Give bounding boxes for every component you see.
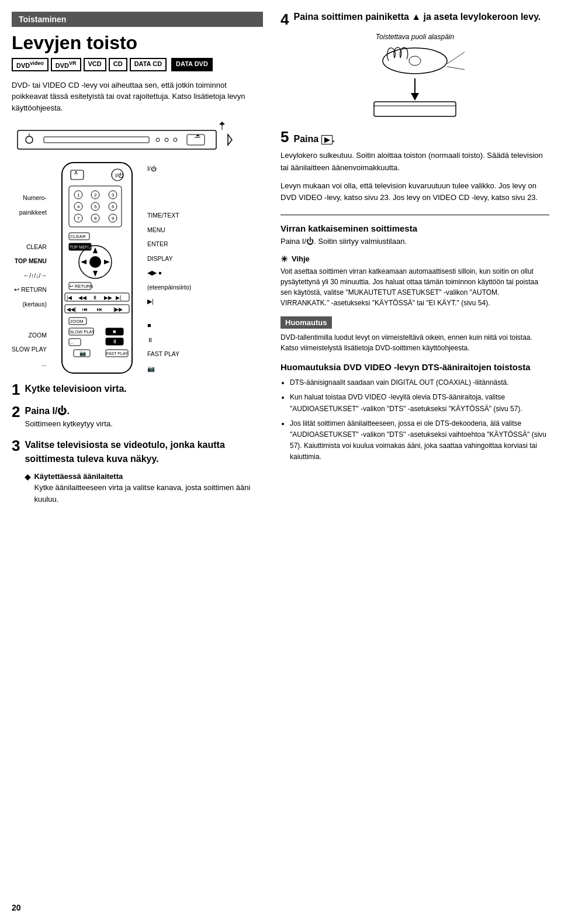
label-skip: ▶| [147,298,191,305]
label-camera: 📷 [147,366,191,372]
dts-title: Huomautuksia DVD VIDEO -levyn DTS-äänira… [280,361,549,373]
svg-text:⏸: ⏸ [112,339,117,344]
step-2-content: Paina I/⏻. Soittimeen kytkeytyy virta. [25,404,263,430]
svg-rect-7 [187,135,205,145]
svg-text:|◀: |◀ [67,295,72,301]
section-header: Toistaminen [12,12,263,27]
svg-text:I/⏻: I/⏻ [115,173,124,178]
label-clear: CLEAR [12,244,47,250]
dts-item-2: Kun haluat toistaa DVD VIDEO -levyllä ol… [290,392,549,414]
svg-text:ZOOM: ZOOM [70,319,84,324]
svg-text:SLOW PLAY: SLOW PLAY [70,329,95,335]
svg-marker-47 [81,260,86,264]
svg-text:⏮: ⏮ [82,306,88,312]
virran-title: Virran katkaiseminen soittimesta [280,223,549,233]
svg-text:⏸: ⏸ [92,295,98,301]
step-2: 2 Paina I/⏻. Soittimeen kytkeytyy virta. [12,404,263,430]
virran-text: Paina I/⏻. Soitin siirtyy valmiustilaan. [280,236,549,247]
step-5-label: Paina ▶. [293,134,335,144]
remote-left-labels: Numero- painikkeet CLEAR TOP MENU ←/↑/↓/… [12,160,50,375]
step-2-num: 2 [12,404,20,419]
dvd-player-illustration [12,122,234,154]
badge-data-dvd: DATA DVD [171,58,213,71]
svg-text:5: 5 [94,204,97,209]
svg-point-77 [409,56,421,65]
dts-item-1: DTS-äänisignaalit saadaan vain DIGITAL O… [290,377,549,388]
label-timetext: TIME/TEXT [147,212,191,219]
svg-text:9: 9 [112,216,115,221]
step-3-note-body: Kytke äänilaitteeseen virta ja valitse k… [34,483,250,504]
disc-loader-svg [356,43,473,119]
step-4-num: 4 [280,12,289,27]
label-painikkeet: painikkeet [12,209,47,216]
diamond-icon: ◆ [25,471,31,483]
svg-rect-0 [18,130,216,149]
disc-loader-illustration: Toistettava puoli alaspäin [280,33,549,121]
svg-line-82 [447,52,465,64]
label-eteenpainsiirto: (eteenpäinsiirto) [147,284,191,291]
svg-point-44 [89,256,101,268]
remote-diagram: Numero- painikkeet CLEAR TOP MENU ←/↑/↓/… [12,160,263,382]
main-title: Levyjen toisto [12,33,263,53]
svg-marker-46 [93,271,98,277]
svg-point-1 [26,136,33,143]
step-3: 3 Valitse televisiosta se videotulo, jon… [12,438,263,505]
vihje-header: ☀ Vihje [280,254,549,264]
label-power-right: I/⏻ [147,166,191,172]
svg-text:CLEAR: CLEAR [70,234,86,239]
svg-text:▶▶: ▶▶ [104,295,112,301]
main-title-text: Levyjen toisto [12,32,137,53]
label-eteenpain: ◀▶ ● [147,270,191,276]
svg-text:FAST PLAY: FAST PLAY [106,351,128,356]
svg-text:3: 3 [112,192,115,198]
step-2-title: Paina I/⏻. [25,404,263,418]
svg-text:7: 7 [77,216,80,221]
divider [280,215,549,215]
lightbulb-icon: ☀ [280,254,288,264]
badge-cd: CD [109,58,127,71]
svg-text:4: 4 [77,204,80,209]
label-arrows: ←/↑/↓/→ [12,273,47,279]
huomautus-header: Huomautus [280,316,332,329]
label-pause-right: ⏸ [147,337,191,343]
label-numero: Numero- [12,195,47,201]
label-top-menu: TOP MENU [12,258,47,264]
step-5-text-2: Levyn mukaan voi olla, että television k… [280,180,549,205]
step-1-content: Kytke televisioon virta. [25,382,263,396]
vihje-text: Voit asettaa soittimen virran katkeamaan… [280,266,549,308]
svg-text:■: ■ [113,329,116,335]
badge-data-cd: DATA CD [130,58,167,71]
remote-control-svg: I/⏻ 1 2 3 4 5 6 7 8 [50,160,144,382]
svg-text:◀◀|: ◀◀| [67,306,76,312]
svg-point-6 [174,138,177,142]
svg-marker-16 [75,171,77,173]
svg-marker-45 [93,247,98,253]
svg-point-76 [383,48,447,74]
badge-dvd-vr: DVDVR [51,58,81,71]
dts-list: DTS-äänisignaalit saadaan vain DIGITAL O… [280,377,549,463]
svg-text:|▶▶: |▶▶ [113,306,123,312]
format-badges: DVDvideo DVDVR VCD CD DATA CD DATA DVD [12,58,263,71]
svg-line-83 [447,67,465,70]
step-2-sub: Soittimeen kytkeytyy virta. [25,418,263,430]
svg-marker-79 [411,93,419,101]
step-3-content: Valitse televisiosta se videotulo, jonka… [25,438,263,505]
svg-marker-10 [219,122,225,125]
svg-point-4 [156,138,160,142]
vihje-label: Vihje [292,254,310,263]
step-3-note-title: Käytettäessä äänilaitetta [34,472,123,481]
step-5: 5 Paina ▶. Levylokero sulkeutuu. Soitin … [280,128,549,204]
step-4-content: Paina soittimen painiketta ▲ ja aseta le… [293,12,549,22]
page-number: 20 [12,903,21,912]
svg-text:1: 1 [77,192,80,198]
label-return: ↩ RETURN [12,287,47,293]
label-menu: MENU [147,227,191,233]
step-4-title: Paina soittimen painiketta ▲ ja aseta le… [293,12,549,22]
svg-text:6: 6 [112,204,115,209]
remote-right-labels: I/⏻ TIME/TEXT MENU ENTER DISPLAY ◀▶ ● (e… [144,160,191,380]
label-display: DISPLAY [147,256,191,262]
svg-marker-48 [104,260,110,264]
step-4: 4 Paina soittimen painiketta ▲ ja aseta … [280,12,549,22]
badge-vcd: VCD [84,58,106,71]
huomautus-text: DVD-tallentimilla luodut levyt on viimei… [280,332,549,353]
